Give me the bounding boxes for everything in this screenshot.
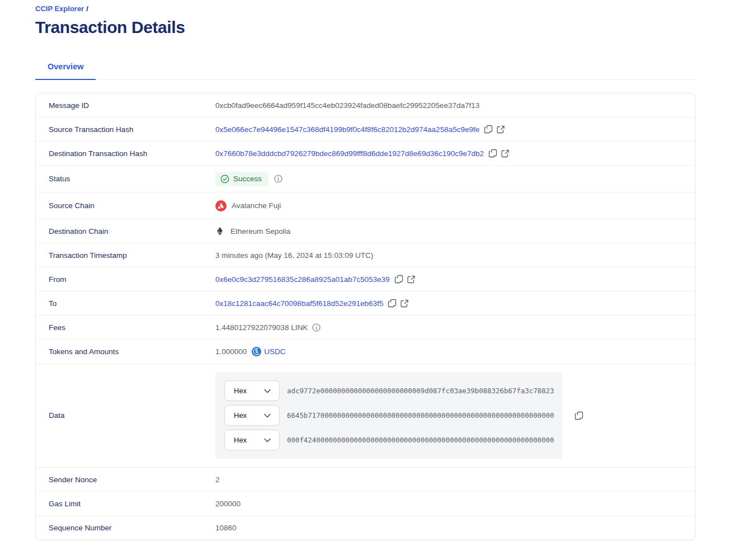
token-amount: 1.000000 — [215, 347, 247, 356]
table-row-message-id: Message ID 0xcb0fad9eec6664ad959f145cc4e… — [36, 93, 695, 117]
transaction-details-page: CCIP Explorer/ Transaction Details Overv… — [0, 0, 730, 540]
breadcrumb: CCIP Explorer/ — [35, 4, 695, 13]
row-label: Message ID — [36, 101, 215, 110]
table-row-from: From 0x6e0c9c3d279516835c286a8925a01ab7c… — [36, 267, 695, 291]
data-hex-value: 000f424000000000000000000000000000000000… — [287, 436, 554, 444]
dest-chain-name: Ethereum Sepolia — [230, 227, 290, 236]
data-hex-value: adc9772e0000000000000000000000009d087fc0… — [287, 387, 554, 395]
chevron-down-icon — [263, 436, 272, 445]
token-symbol: USDC — [264, 347, 285, 356]
external-link-icon[interactable] — [501, 149, 510, 158]
table-row-dest-chain: Destination Chain Ethereum Sepolia — [36, 219, 695, 243]
check-circle-icon — [220, 175, 229, 183]
table-row-source-chain: Source Chain Avalanche Fuji — [36, 192, 695, 219]
table-row-status: Status Success — [36, 166, 695, 192]
table-row-data: Data Hex adc9772e00000000000000000000000… — [36, 364, 695, 468]
table-row-gas-limit: Gas Limit 200000 — [36, 492, 695, 516]
row-label: From — [36, 275, 215, 284]
table-row-dest-tx-hash: Destination Transaction Hash 0x7660b78e3… — [36, 142, 695, 166]
row-label: Status — [36, 175, 215, 183]
copy-icon[interactable] — [394, 275, 403, 284]
chevron-down-icon — [263, 411, 272, 420]
external-link-icon[interactable] — [496, 125, 505, 134]
dest-tx-hash-link[interactable]: 0x7660b78e3dddcbd7926279bdec869d99fff8d6… — [215, 149, 484, 158]
copy-icon[interactable] — [574, 411, 583, 420]
row-label: Destination Chain — [36, 227, 215, 236]
row-label: Destination Transaction Hash — [36, 149, 215, 158]
sequence-number-value: 10860 — [215, 524, 237, 532]
table-row-tokens: Tokens and Amounts 1.000000 USDC — [36, 340, 695, 364]
row-label: Fees — [36, 323, 215, 332]
data-hex-panel: Hex adc9772e0000000000000000000000009d08… — [215, 372, 562, 459]
copy-icon[interactable] — [488, 149, 497, 158]
breadcrumb-separator: / — [86, 4, 88, 13]
timestamp-value: 3 minutes ago (May 16, 2024 at 15:03:09 … — [215, 251, 373, 260]
row-label: Source Transaction Hash — [36, 125, 215, 134]
tab-overview[interactable]: Overview — [35, 62, 96, 80]
status-text: Success — [233, 175, 262, 183]
from-address-link[interactable]: 0x6e0c9c3d279516835c286a8925a01ab7c5053e… — [215, 275, 390, 284]
fees-value: 1.4480127922079038 LINK — [215, 323, 308, 332]
to-address-link[interactable]: 0x18c1281caac64c70098baf5f618d52e291eb63… — [215, 299, 383, 308]
row-label: Transaction Timestamp — [36, 251, 215, 260]
hex-format-dropdown[interactable]: Hex — [224, 380, 280, 401]
usdc-token-link[interactable]: USDC — [252, 347, 285, 356]
external-link-icon[interactable] — [407, 275, 416, 284]
table-row-fees: Fees 1.4480127922079038 LINK — [36, 316, 695, 340]
copy-icon[interactable] — [388, 299, 397, 308]
table-row-timestamp: Transaction Timestamp 3 minutes ago (May… — [36, 243, 695, 267]
row-label: Gas Limit — [36, 500, 215, 508]
hex-format-dropdown[interactable]: Hex — [224, 405, 280, 426]
row-label: Source Chain — [36, 201, 215, 210]
data-line-1: Hex adc9772e0000000000000000000000009d08… — [224, 380, 553, 401]
source-tx-hash-link[interactable]: 0x5e066ec7e94496e1547c368df4199b9f0c4f8f… — [215, 125, 479, 134]
table-row-sequence-number: Sequence Number 10860 — [36, 516, 695, 540]
source-chain-name: Avalanche Fuji — [232, 201, 281, 210]
avalanche-icon — [215, 200, 227, 211]
table-row-sender-nonce: Sender Nonce 2 — [36, 468, 695, 492]
data-line-3: Hex 000f42400000000000000000000000000000… — [224, 430, 553, 450]
external-link-icon[interactable] — [400, 299, 409, 308]
message-id-value: 0xcb0fad9eec6664ad959f145cc4eb023924fade… — [215, 101, 479, 110]
info-icon[interactable] — [312, 323, 321, 332]
chevron-down-icon — [263, 387, 272, 396]
row-label: To — [36, 299, 215, 308]
data-line-2: Hex 6645b7170000000000000000000000000000… — [224, 405, 553, 426]
page-title: Transaction Details — [35, 18, 695, 37]
usdc-icon — [252, 347, 261, 356]
table-row-source-tx-hash: Source Transaction Hash 0x5e066ec7e94496… — [36, 117, 695, 142]
hex-format-label: Hex — [234, 387, 247, 395]
data-hex-value: 6645b71700000000000000000000000000000000… — [287, 411, 554, 420]
tab-bar: Overview — [35, 62, 695, 80]
hex-format-dropdown[interactable]: Hex — [224, 430, 280, 450]
transaction-details-table: Message ID 0xcb0fad9eec6664ad959f145cc4e… — [35, 93, 695, 540]
row-label: Tokens and Amounts — [36, 347, 215, 356]
info-icon[interactable] — [274, 175, 282, 183]
hex-format-label: Hex — [234, 436, 247, 444]
table-row-to: To 0x18c1281caac64c70098baf5f618d52e291e… — [36, 291, 695, 316]
row-label: Sequence Number — [36, 524, 215, 532]
gas-limit-value: 200000 — [215, 500, 241, 508]
row-label: Sender Nonce — [36, 476, 215, 484]
status-badge: Success — [215, 172, 269, 186]
breadcrumb-ccip-explorer-link[interactable]: CCIP Explorer — [35, 4, 84, 13]
hex-format-label: Hex — [234, 411, 247, 420]
row-label: Data — [36, 411, 215, 420]
sender-nonce-value: 2 — [215, 476, 220, 484]
ethereum-icon — [215, 227, 224, 236]
copy-icon[interactable] — [484, 125, 493, 134]
